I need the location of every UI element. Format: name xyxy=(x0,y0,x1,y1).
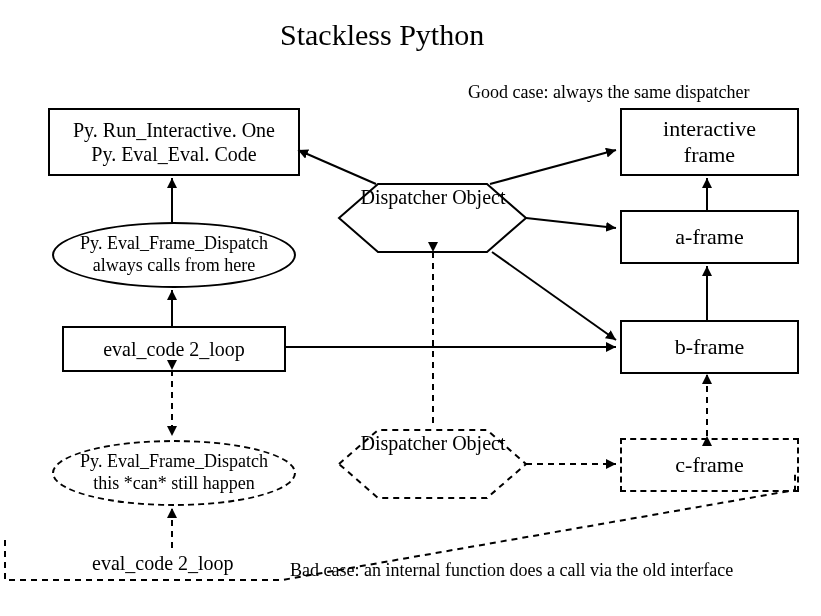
dispatcher-label-1: Dispatcher Object xyxy=(361,186,506,209)
a-frame-box: a-frame xyxy=(620,210,799,264)
pyrun-line2: Py. Eval_Eval. Code xyxy=(91,142,256,166)
svg-line-4 xyxy=(526,218,616,228)
dispatch2-line1: Py. Eval_Frame_Dispatch xyxy=(80,451,268,473)
svg-line-2 xyxy=(298,150,376,184)
dispatcher-hexagon-2 xyxy=(339,430,526,498)
bad-case-note: Bad case: an internal function does a ca… xyxy=(290,560,733,581)
c-frame-box: c-frame xyxy=(620,438,799,492)
pyrun-box: Py. Run_Interactive. One Py. Eval_Eval. … xyxy=(48,108,300,176)
dispatch2-line2: this *can* still happen xyxy=(93,473,254,495)
diagram-title: Stackless Python xyxy=(280,18,484,52)
interactive-line2: frame xyxy=(684,142,735,168)
b-frame-box: b-frame xyxy=(620,320,799,374)
eval-loop-box-1: eval_code 2_loop xyxy=(62,326,286,372)
svg-line-5 xyxy=(492,252,616,340)
dispatcher-hexagon-1 xyxy=(339,184,526,252)
dispatch1-line2: always calls from here xyxy=(93,255,255,277)
good-case-note: Good case: always the same dispatcher xyxy=(468,82,749,103)
eval-loop-label-2: eval_code 2_loop xyxy=(92,552,234,575)
svg-line-3 xyxy=(490,150,616,184)
dispatch-ellipse-1: Py. Eval_Frame_Dispatch always calls fro… xyxy=(52,222,296,288)
pyrun-line1: Py. Run_Interactive. One xyxy=(73,118,275,142)
diagram-stage: Stackless Python Good case: always the s… xyxy=(0,0,821,616)
dispatch1-line1: Py. Eval_Frame_Dispatch xyxy=(80,233,268,255)
dispatcher-label-2: Dispatcher Object xyxy=(361,432,506,455)
dispatch-ellipse-2: Py. Eval_Frame_Dispatch this *can* still… xyxy=(52,440,296,506)
interactive-line1: interactive xyxy=(663,116,756,142)
interactive-frame-box: interactive frame xyxy=(620,108,799,176)
